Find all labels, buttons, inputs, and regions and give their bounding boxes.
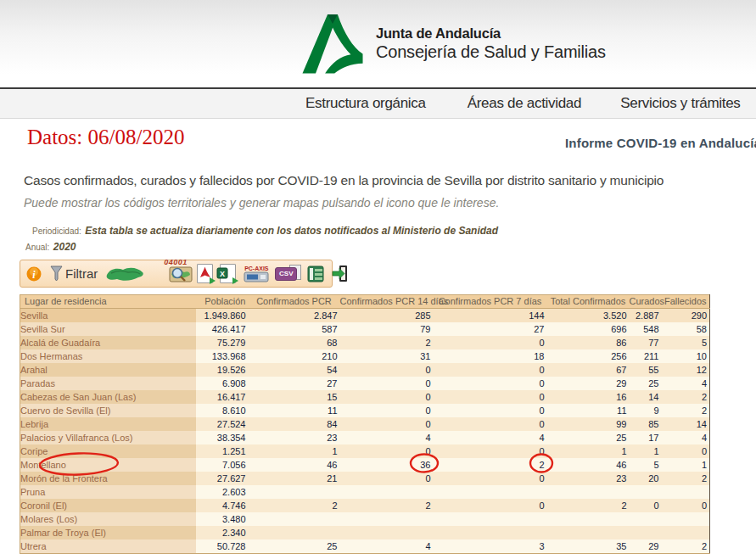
column-header: Confirmados PCR 14 días <box>340 295 434 309</box>
row-value: 0 <box>434 390 547 404</box>
row-value: 12 <box>662 363 710 377</box>
row-value: 696 <box>547 322 630 336</box>
row-value: 0 <box>340 377 434 390</box>
row-place-name: Palmar de Troya (El) <box>20 526 196 539</box>
column-header: Confirmados PCR 7 días <box>434 295 547 309</box>
covid-data-table: Lugar de residenciaPoblaciónConfirmados … <box>20 294 710 554</box>
csv-label: CSV <box>275 267 297 281</box>
row-value <box>434 526 547 539</box>
row-value <box>340 485 434 499</box>
row-place-name: Coripe <box>20 444 196 458</box>
row-value: 0 <box>340 417 434 431</box>
row-value <box>249 526 340 539</box>
periodicity-value: Esta tabla se actualiza diariamente con … <box>85 225 498 237</box>
info-icon[interactable]: i <box>26 266 42 282</box>
page-title: Casos confirmados, curados y fallecidos … <box>24 173 664 188</box>
row-value: 27 <box>434 322 547 336</box>
row-value: 2 <box>547 499 630 512</box>
report-link[interactable]: Informe COVID-19 en Andalucía <box>565 136 756 150</box>
andalucia-map-icon[interactable] <box>104 265 145 282</box>
column-header: Lugar de residencia <box>20 295 196 309</box>
map-hint-text: Puede mostrar los códigos territoriales … <box>24 196 499 210</box>
row-place-name: Arahal <box>20 363 196 377</box>
row-value: 133.968 <box>196 349 249 363</box>
row-place-name: Morón de la Frontera <box>20 472 196 485</box>
row-value: 29 <box>630 539 662 554</box>
row-value: 426.417 <box>196 322 249 336</box>
row-value: 85 <box>630 417 662 431</box>
row-value: 79 <box>340 322 434 336</box>
row-value: 46 <box>547 458 630 472</box>
column-header: Curados <box>630 295 662 309</box>
table-row: Cuervo de Sevilla (El)8.61011001192 <box>20 404 710 417</box>
svg-text:X: X <box>220 270 225 278</box>
table-row: Lebrija27.5248400998514 <box>20 417 710 431</box>
row-value: 290 <box>662 309 710 323</box>
row-value: 0 <box>662 499 710 512</box>
row-value: 3.520 <box>547 309 630 323</box>
row-value: 4 <box>340 539 434 554</box>
filter-icon[interactable] <box>50 266 63 282</box>
row-value: 7.056 <box>196 458 249 472</box>
row-value: 36 <box>340 458 434 472</box>
row-value: 46 <box>249 458 340 472</box>
row-value: 68 <box>249 336 340 349</box>
row-value: 4.746 <box>196 499 249 512</box>
row-place-name: Paradas <box>20 377 196 390</box>
row-value: 2.887 <box>630 309 662 323</box>
nav-item-areas[interactable]: Áreas de actividad <box>468 95 581 112</box>
row-value: 1.251 <box>196 444 249 458</box>
row-place-name: Lebrija <box>20 417 196 431</box>
row-value: 9 <box>630 404 662 417</box>
row-value: 1 <box>547 444 630 458</box>
row-value: 2 <box>434 458 547 472</box>
row-value: 19.526 <box>196 363 249 377</box>
row-value <box>662 526 710 539</box>
row-value: 4 <box>662 431 710 444</box>
row-value: 587 <box>249 322 340 336</box>
row-value: 2.340 <box>196 526 249 539</box>
row-value: 0 <box>340 472 434 485</box>
table-row: Alcalá de Guadaíra75.279682086775 <box>20 336 710 349</box>
pdf-export-icon[interactable] <box>197 264 213 283</box>
row-value: 285 <box>340 309 434 323</box>
row-value: 0 <box>340 444 434 458</box>
row-value: 4 <box>340 431 434 444</box>
row-value: 16.417 <box>196 390 249 404</box>
row-value: 8.610 <box>196 404 249 417</box>
row-value: 0 <box>340 390 434 404</box>
row-value: 2 <box>340 499 434 512</box>
covid-report-page: Junta de Andalucía Consejería de Salud y… <box>0 0 756 559</box>
csv-export-icon[interactable]: CSV <box>275 267 297 281</box>
row-value: 31 <box>340 349 434 363</box>
map-zoom-icon[interactable]: 04001 <box>169 264 193 283</box>
exit-icon[interactable] <box>332 265 349 282</box>
row-value: 0 <box>340 404 434 417</box>
pcaxis-export-icon[interactable]: PC-AXIS <box>244 266 269 282</box>
row-value: 21 <box>249 472 340 485</box>
row-value <box>547 485 630 499</box>
row-value: 210 <box>249 349 340 363</box>
row-value: 11 <box>249 404 340 417</box>
row-value: 0 <box>434 499 547 512</box>
nav-item-estructura[interactable]: Estructura orgánica <box>305 95 426 112</box>
row-value: 0 <box>630 499 662 512</box>
excel-export-icon[interactable]: X <box>220 264 236 283</box>
nav-item-servicios[interactable]: Servicios y trámites <box>620 95 740 112</box>
row-value: 23 <box>547 472 630 485</box>
table-row: Dos Hermanas133.968210311825621110 <box>20 349 710 363</box>
row-value: 3 <box>434 539 547 554</box>
row-value: 27.627 <box>196 472 249 485</box>
filter-button-label[interactable]: Filtrar <box>65 266 98 281</box>
table-row: Palacios y Villafranca (Los)38.354234425… <box>20 431 710 444</box>
row-value: 75.279 <box>196 336 249 349</box>
row-place-name: Dos Hermanas <box>20 349 196 363</box>
workbook-icon[interactable] <box>307 266 324 282</box>
row-value: 548 <box>630 322 662 336</box>
row-value: 2 <box>249 499 340 512</box>
row-value: 3.480 <box>196 512 249 526</box>
row-value: 2.603 <box>196 485 249 499</box>
row-value: 54 <box>249 363 340 377</box>
row-value: 0 <box>434 472 547 485</box>
row-value <box>547 512 630 526</box>
